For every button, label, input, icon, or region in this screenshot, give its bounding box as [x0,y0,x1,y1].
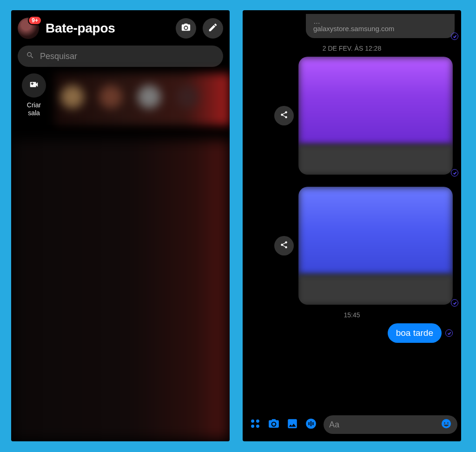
emoji-button[interactable] [441,418,452,431]
notifications-badge: 9+ [28,16,42,25]
message-row: boa tarde [243,323,453,343]
svg-point-0 [251,419,254,423]
apps-button[interactable] [249,418,261,431]
timestamp-label: 15:45 [243,311,461,319]
composer-bar [243,412,461,438]
media-attachment[interactable] [298,187,453,305]
message-input[interactable] [329,420,437,430]
svg-point-3 [256,425,259,428]
media-attachment[interactable] [298,57,453,175]
compose-button[interactable] [203,18,223,39]
page-title: Bate-papos [46,21,169,36]
microphone-icon [305,418,317,432]
messages-scroll[interactable]: … galaxystore.samsung.com 2 DE FEV. ÀS 1… [243,10,461,409]
link-url: galaxystore.samsung.com [313,25,447,33]
search-icon [26,51,34,61]
chat-list-blurred[interactable] [13,140,228,439]
conversation-screen: … galaxystore.samsung.com 2 DE FEV. ÀS 1… [243,10,461,441]
media-image-blurred [298,57,453,145]
share-button[interactable] [274,236,294,255]
media-image-blurred [298,187,453,275]
gallery-button[interactable] [286,418,298,431]
svg-point-2 [251,425,254,428]
svg-rect-7 [312,422,313,426]
rooms-contacts-blurred[interactable] [55,73,230,125]
camera-button[interactable] [268,418,280,431]
create-room-label: Criarsala [27,101,41,117]
delivered-check-icon [451,169,458,177]
chats-list-screen: 9+ Bate-papos Criarsala [11,10,230,441]
delivered-check-icon [451,299,458,307]
rooms-row: Criarsala [11,73,230,125]
message-input-wrap[interactable] [324,415,457,434]
link-title-ellipsis: … [313,18,447,25]
search-bar[interactable] [18,46,223,67]
camera-icon [181,22,191,34]
media-caption-blurred [298,275,453,305]
search-input[interactable] [40,52,215,61]
create-room-button[interactable]: Criarsala [18,73,50,117]
header: 9+ Bate-papos [11,10,230,46]
pencil-icon [208,22,218,34]
media-caption-blurred [298,145,453,175]
grid-dots-icon [249,418,261,432]
share-icon [280,241,288,251]
timestamp-label: 2 DE FEV. ÀS 12:28 [243,45,461,52]
camera-button[interactable] [176,18,196,39]
svg-rect-6 [311,421,311,426]
delivered-check-icon [445,329,453,337]
svg-rect-5 [309,422,310,426]
sent-message-bubble[interactable]: boa tarde [388,323,442,343]
image-icon [286,418,298,432]
smiley-icon [441,423,452,431]
voice-button[interactable] [305,418,317,431]
share-icon [280,111,288,121]
link-preview-card[interactable]: … galaxystore.samsung.com [306,14,455,38]
profile-avatar[interactable]: 9+ [18,18,39,39]
share-button[interactable] [274,106,294,125]
video-plus-icon [29,79,39,92]
delivered-check-icon [451,33,458,40]
media-message-1 [243,57,453,175]
svg-point-1 [256,419,259,423]
camera-icon [268,418,280,432]
media-message-2 [243,187,453,305]
